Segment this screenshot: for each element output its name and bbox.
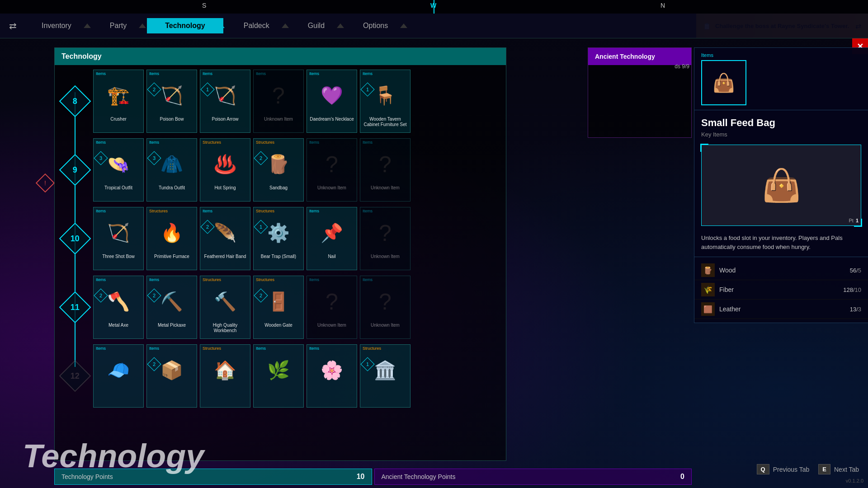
item-badge-metal-pickaxe: 2 xyxy=(147,288,161,302)
key-q[interactable]: Q xyxy=(757,464,769,474)
item-card-unknown-11b[interactable]: Items ? Unknown Item xyxy=(360,276,410,339)
resource-count-fiber: 128/10 xyxy=(843,286,861,293)
item-card-crusher[interactable]: Items 🏗️ Crusher xyxy=(93,70,144,133)
item-img-unknown-9b: ? xyxy=(360,145,410,183)
item-card-unknown-9b[interactable]: Items ? Unknown Item xyxy=(360,138,410,202)
item-card-tundra-outfit[interactable]: Items 3 🧥 Tundra Outfit xyxy=(146,138,197,202)
item-card-wooden-tavern[interactable]: Items 1 🪑 Wooden Tavern Cabinet Furnitur… xyxy=(360,70,410,133)
item-badge-metal-axe: 2 xyxy=(94,288,108,302)
item-name-unknown-10: Unknown Item xyxy=(360,252,410,261)
resource-row-fiber: 🌾 Fiber 128/10 xyxy=(694,280,868,300)
item-card-poison-bow[interactable]: Items 2 🏹 Poison Bow xyxy=(146,70,197,133)
detail-item-image: 👜 Pt 1 xyxy=(701,145,861,226)
item-card-metal-axe[interactable]: Items 2 🪓 Metal Axe xyxy=(93,276,144,339)
item-card-primitive-furnace[interactable]: Structures 🔥 Primitive Furnace xyxy=(146,207,197,270)
tab-technology[interactable]: Technology xyxy=(147,18,223,33)
version-label: v0.1.2.0 xyxy=(846,478,863,483)
nav-swap-icon[interactable]: ⇄ xyxy=(9,20,17,31)
detail-resources: 🪵 Wood 56/5 🌾 Fiber 128/10 🟫 Leather 13/… xyxy=(694,257,868,323)
item-img-wooden-tavern: 1 🪑 xyxy=(360,76,410,115)
compass-marker xyxy=(434,0,434,14)
item-img-unknown-9a: ? xyxy=(307,145,357,183)
item-card-unknown-10[interactable]: Items ? Unknown Item xyxy=(360,207,410,270)
item-card-metal-pickaxe[interactable]: Items 2 ⛏️ Metal Pickaxe xyxy=(146,276,197,339)
resource-name-wood: Wood xyxy=(719,267,850,274)
ancient-points-value: 0 xyxy=(680,473,684,481)
level-row-8: 8 Items 🏗️ Crusher Items 2 🏹 Poison Bow xyxy=(64,70,501,133)
item-badge-wooden-gate: 2 xyxy=(254,288,268,302)
page-title: Technology xyxy=(23,437,204,474)
item-img-12e: 🌸 xyxy=(307,351,357,389)
resource-icon-wood: 🪵 xyxy=(701,263,715,277)
item-img-three-shot: 🏹 xyxy=(94,214,143,252)
item-badge-12f: 1 xyxy=(360,357,374,371)
main-content: Technology 8 Items 🏗️ Crusher Items 2 xyxy=(0,38,868,488)
level-row-12: 12 Items 🧢 Items 2 📦 Structures xyxy=(64,344,501,408)
item-name-daedream: Daedream's Necklace xyxy=(307,115,357,124)
compass-n: N xyxy=(660,2,666,9)
resource-row-wood: 🪵 Wood 56/5 xyxy=(694,261,868,280)
shortcuts: Q Previous Tab E Next Tab xyxy=(757,464,868,474)
item-img-unknown-10: ? xyxy=(360,214,410,252)
nav-bar: ⇄ Inventory Party Technology Paldeck Gui… xyxy=(0,14,868,38)
item-img-prim-furnace: 🔥 xyxy=(147,214,197,252)
items-grid-8: Items 🏗️ Crusher Items 2 🏹 Poison Bow It xyxy=(93,70,410,133)
item-name-wooden-gate: Wooden Gate xyxy=(254,321,303,330)
tab-guild[interactable]: Guild xyxy=(290,18,343,33)
detail-item-name: Small Feed Bag xyxy=(694,110,868,131)
item-card-tropical-outfit[interactable]: Items 3 👒 Tropical Outfit xyxy=(93,138,144,202)
item-card-unknown-9a[interactable]: Items ? Unknown Item xyxy=(307,138,357,202)
resource-name-fiber: Fiber xyxy=(719,286,843,293)
item-badge-tundra: 3 xyxy=(147,151,161,165)
item-card-unknown-11a[interactable]: Items ? Unknown Item xyxy=(307,276,357,339)
ancient-tech-title: Ancient Technology xyxy=(595,53,655,60)
item-img-12c: 🏠 xyxy=(200,351,250,389)
item-badge-wooden-tavern: 1 xyxy=(360,82,374,96)
item-badge-12b: 2 xyxy=(147,357,161,371)
item-img-unknown-8a: ? xyxy=(254,76,303,115)
resource-need-fiber: 10 xyxy=(855,286,861,293)
item-card-12c[interactable]: Structures 🏠 xyxy=(200,344,250,408)
item-card-12b[interactable]: Items 2 📦 xyxy=(146,344,197,408)
item-card-three-shot-bow[interactable]: Items 🏹 Three Shot Bow xyxy=(93,207,144,270)
item-name-tropical: Tropical Outfit xyxy=(94,183,143,192)
item-card-nail[interactable]: Items 📌 Nail xyxy=(307,207,357,270)
item-card-unknown-8a[interactable]: Items ? Unknown Item xyxy=(253,70,304,133)
item-img-metal-pickaxe: 2 ⛏️ xyxy=(147,282,197,321)
tab-party[interactable]: Party xyxy=(92,18,145,33)
item-card-poison-arrow[interactable]: Items 1 🏹 Poison Arrow xyxy=(200,70,250,133)
item-name-wooden-tavern: Wooden Tavern Cabinet Furniture Set xyxy=(360,115,410,129)
level-diamond-12: 12 xyxy=(59,360,91,392)
item-card-12d[interactable]: Items 🌿 xyxy=(253,344,304,408)
detail-pt: Pt 1 xyxy=(849,218,859,223)
tech-points-value: 10 xyxy=(357,473,365,481)
tech-panel: Technology 8 Items 🏗️ Crusher Items 2 xyxy=(54,47,506,461)
item-img-hq-workbench: 🔨 xyxy=(200,282,250,321)
item-img-unknown-11a: ? xyxy=(307,282,357,321)
item-card-hot-spring[interactable]: Structures ♨️ Hot Spring xyxy=(200,138,250,202)
tab-inventory[interactable]: Inventory xyxy=(24,18,90,33)
item-card-12a[interactable]: Items 🧢 xyxy=(93,344,144,408)
item-card-12e[interactable]: Items 🌸 xyxy=(307,344,357,408)
detail-item-category: Key Items xyxy=(694,131,868,142)
item-card-feathered-hair[interactable]: Items 2 🪶 Feathered Hair Band xyxy=(200,207,250,270)
item-name-hot-spring: Hot Spring xyxy=(200,183,250,192)
detail-panel: Items 👜 Small Feed Bag Key Items 👜 Pt 1 … xyxy=(694,47,868,323)
tab-paldeck[interactable]: Paldeck xyxy=(226,18,288,33)
item-card-hq-workbench[interactable]: Structures 🔨 High Quality Workbench xyxy=(200,276,250,339)
ancient-points-label: Ancient Technology Points xyxy=(382,473,456,480)
item-badge-tropical: 3 xyxy=(94,151,108,165)
key-e[interactable]: E xyxy=(818,464,830,474)
detail-pt-label: Pt xyxy=(849,218,853,223)
item-img-poison-arrow: 1 🏹 xyxy=(200,76,250,115)
item-card-bear-trap[interactable]: Structures 1 ⚙️ Bear Trap (Small) xyxy=(253,207,304,270)
item-card-wooden-gate[interactable]: Structures 2 🚪 Wooden Gate xyxy=(253,276,304,339)
tech-panel-body[interactable]: 8 Items 🏗️ Crusher Items 2 🏹 Poison Bow xyxy=(55,65,506,460)
resource-count-leather: 13/3 xyxy=(850,306,861,313)
item-name-prim-furnace: Primitive Furnace xyxy=(147,252,197,261)
item-name-nail: Nail xyxy=(307,252,357,261)
item-card-daedream[interactable]: Items 💜 Daedream's Necklace xyxy=(307,70,357,133)
tab-options[interactable]: Options xyxy=(345,18,406,33)
item-card-12f[interactable]: Structures 1 🏛️ xyxy=(360,344,410,408)
item-card-sandbag[interactable]: Structures 2 🪵 Sandbag xyxy=(253,138,304,202)
